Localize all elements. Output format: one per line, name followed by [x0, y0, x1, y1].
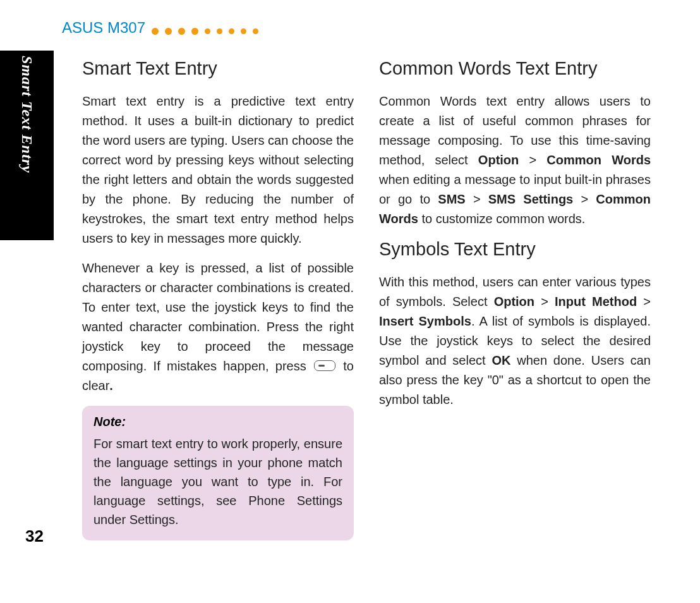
cw-b2: Common Words — [546, 153, 651, 167]
right-column: Common Words Text Entry Common Words tex… — [379, 58, 651, 540]
heading-smart-text-entry: Smart Text Entry — [82, 58, 354, 79]
smart-text-p2c: . — [109, 379, 113, 393]
header-title: ASUS M307 — [62, 19, 145, 37]
smart-text-p2: Whenever a key is pressed, a list of pos… — [82, 259, 354, 396]
decorative-dots — [152, 28, 258, 35]
content-area: Smart Text Entry Smart text entry is a p… — [82, 58, 668, 540]
cw-b4: SMS Settings — [488, 192, 573, 206]
sy-b1: Option — [494, 295, 534, 308]
sy-t3: > — [637, 295, 651, 308]
cw-t5: > — [573, 192, 596, 206]
cw-t2: > — [519, 153, 546, 167]
page-number: 32 — [25, 527, 44, 546]
heading-symbols: Symbols Text Entry — [379, 239, 651, 260]
side-tab: Smart Text Entry — [0, 51, 54, 240]
cw-t4: > — [466, 192, 488, 206]
clear-key-icon — [314, 360, 335, 371]
side-tab-label: Smart Text Entry — [18, 56, 35, 173]
sy-t2: > — [534, 295, 555, 308]
symbols-p1: With this method, users can enter variou… — [379, 272, 651, 410]
sy-b4: OK — [492, 353, 510, 367]
sy-b3: Insert Symbols — [379, 314, 471, 328]
sy-b2: Input Method — [555, 295, 637, 308]
cw-b3: SMS — [438, 192, 465, 206]
note-box: Note: For smart text entry to work prope… — [82, 406, 354, 540]
cw-b1: Option — [478, 153, 519, 167]
common-words-p1: Common Words text entry allows users to … — [379, 92, 651, 229]
cw-t6: to customize common words. — [418, 212, 586, 226]
heading-common-words: Common Words Text Entry — [379, 58, 651, 79]
smart-text-p2a: Whenever a key is pressed, a list of pos… — [82, 261, 354, 373]
page-header: ASUS M307 — [62, 19, 258, 37]
smart-text-p1: Smart text entry is a predictive text en… — [82, 92, 354, 248]
note-title: Note: — [94, 415, 342, 429]
left-column: Smart Text Entry Smart text entry is a p… — [82, 58, 354, 540]
note-body: For smart text entry to work properly, e… — [94, 434, 342, 529]
